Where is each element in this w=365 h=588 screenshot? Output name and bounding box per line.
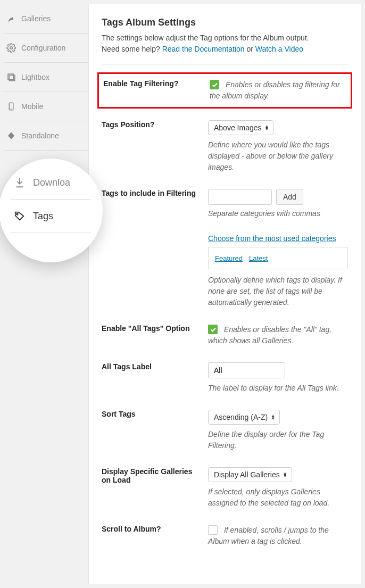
input-tags-include[interactable] bbox=[208, 189, 272, 205]
sidebar: Galleries Configuration Lightbox Mobile bbox=[4, 4, 88, 584]
subtitle-or: or bbox=[245, 45, 255, 53]
svg-point-0 bbox=[10, 47, 13, 49]
sidebar-item-label: Lightbox bbox=[21, 73, 49, 81]
layers-icon bbox=[6, 72, 16, 82]
select-value: Ascending (A-Z) bbox=[214, 413, 268, 421]
input-all-tags-label[interactable] bbox=[208, 362, 285, 378]
checkbox-scroll-to-album[interactable] bbox=[208, 525, 218, 535]
select-value: Display All Galleries bbox=[214, 470, 280, 479]
divider bbox=[102, 64, 348, 65]
magnify-lens: Downloa Tags bbox=[0, 159, 103, 262]
highlight-enable-tag-filtering: Enable Tag Filtering? Enables or disable… bbox=[97, 72, 352, 109]
sidebar-item-label: Standalone bbox=[21, 131, 59, 140]
categories-box: Featured Latest bbox=[208, 247, 348, 269]
main-panel: Tags Album Settings The settings below a… bbox=[88, 4, 361, 584]
select-display-specific[interactable]: Display All Galleries ▲▼ bbox=[208, 467, 292, 482]
sidebar-item-mobile[interactable]: Mobile bbox=[4, 92, 88, 121]
page-subtitle: The settings below adjust the Tag option… bbox=[102, 32, 348, 55]
subtitle-line1: The settings below adjust the Tag option… bbox=[102, 34, 309, 42]
mobile-icon bbox=[6, 102, 16, 111]
sidebar-item-lightbox[interactable]: Lightbox bbox=[4, 63, 88, 92]
desc-all-tags-label: The label to display for the All Tags li… bbox=[208, 383, 348, 394]
category-featured[interactable]: Featured bbox=[215, 254, 243, 262]
read-docs-link[interactable]: Read the Documentation bbox=[162, 45, 245, 53]
choose-categories-link[interactable]: Choose from the most used categories bbox=[208, 234, 336, 243]
sidebar-item-configuration[interactable]: Configuration bbox=[4, 34, 88, 63]
desc-sort-tags: Define the display order for the Tag Fil… bbox=[208, 429, 348, 451]
checkbox-enable-filtering[interactable] bbox=[210, 80, 219, 89]
svg-point-5 bbox=[16, 213, 18, 215]
add-button[interactable]: Add bbox=[276, 189, 303, 205]
page-title: Tags Album Settings bbox=[102, 17, 348, 28]
sidebar-item-label: Tags bbox=[33, 211, 53, 222]
sidebar-item-downloads[interactable]: Downloa bbox=[11, 173, 91, 200]
label-scroll-to-album: Scroll to Album? bbox=[102, 525, 208, 547]
label-display-specific: Display Specific Galleries on Load bbox=[102, 467, 208, 509]
download-icon bbox=[14, 177, 26, 188]
desc-tags-position: Define where you would like the tags dis… bbox=[208, 139, 348, 173]
tag-icon bbox=[14, 210, 26, 222]
updown-icon: ▲▼ bbox=[265, 125, 269, 130]
diamond-icon bbox=[6, 131, 16, 140]
label-sort-tags: Sort Tags bbox=[102, 410, 208, 451]
sidebar-item-label: Downloa bbox=[33, 177, 70, 188]
watch-video-link[interactable]: Watch a Video bbox=[255, 45, 303, 53]
sidebar-item-label: Mobile bbox=[21, 102, 43, 111]
sidebar-item-label: Galleries bbox=[21, 14, 51, 23]
category-latest[interactable]: Latest bbox=[249, 254, 268, 262]
label-tags-include: Tags to include in Filtering bbox=[102, 189, 208, 308]
desc-tags-include-optional: Optionally define which tags to display.… bbox=[208, 276, 342, 307]
label-all-tags: Enable "All Tags" Option bbox=[102, 324, 208, 346]
updown-icon: ▲▼ bbox=[283, 472, 287, 477]
updown-icon: ▲▼ bbox=[271, 415, 275, 420]
label-enable-filtering: Enable Tag Filtering? bbox=[103, 79, 210, 102]
sidebar-item-galleries[interactable]: Galleries bbox=[4, 4, 88, 34]
sidebar-item-tags[interactable]: Tags bbox=[11, 200, 91, 233]
desc-display-specific: If selected, only displays Galleries ass… bbox=[208, 486, 348, 509]
desc-separate-commas: Separate categories with commas bbox=[208, 208, 348, 219]
gear-icon bbox=[6, 43, 16, 53]
select-tags-position[interactable]: Above Images ▲▼ bbox=[208, 120, 273, 135]
checkbox-all-tags[interactable] bbox=[208, 325, 218, 334]
label-all-tags-label: All Tags Label bbox=[102, 362, 208, 394]
desc-all-tags: Enables or disables the "All" tag, which… bbox=[208, 325, 331, 345]
select-value: Above Images bbox=[214, 123, 262, 132]
select-sort-tags[interactable]: Ascending (A-Z) ▲▼ bbox=[208, 410, 280, 425]
sidebar-item-standalone[interactable]: Standalone bbox=[4, 121, 88, 151]
desc-scroll-to-album: If enabled, scrolls / jumps to the Album… bbox=[208, 526, 329, 545]
leaf-icon bbox=[6, 14, 16, 23]
sidebar-item-label: Configuration bbox=[21, 44, 65, 52]
desc-enable-filtering: Enables or disables tag filtering for th… bbox=[210, 80, 340, 100]
subtitle-prefix: Need some help? bbox=[102, 45, 162, 53]
label-tags-position: Tags Position? bbox=[102, 120, 208, 173]
